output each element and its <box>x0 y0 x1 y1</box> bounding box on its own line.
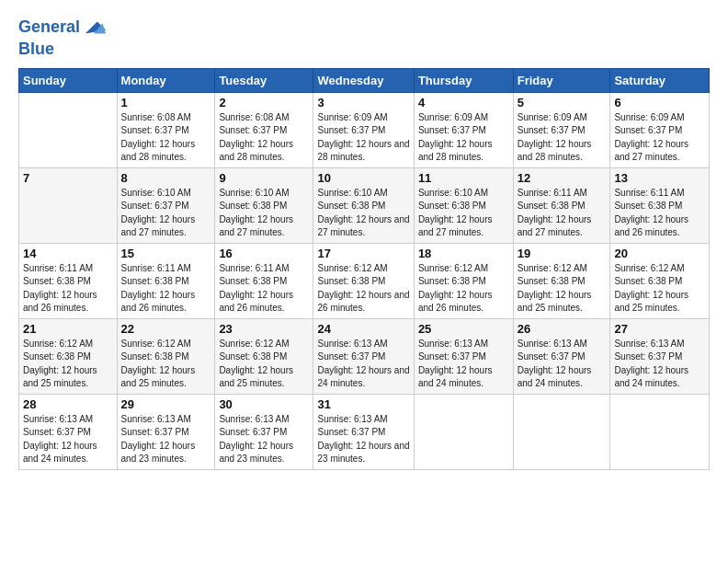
day-number: 18 <box>418 247 509 260</box>
calendar-cell: 26Sunrise: 6:13 AMSunset: 6:37 PMDayligh… <box>513 318 610 394</box>
calendar-cell <box>513 394 610 469</box>
day-info: Sunrise: 6:13 AMSunset: 6:37 PMDaylight:… <box>317 338 409 391</box>
day-info: Sunrise: 6:11 AMSunset: 6:38 PMDaylight:… <box>219 262 309 316</box>
day-info: Sunrise: 6:08 AMSunset: 6:37 PMDaylight:… <box>121 111 211 165</box>
calendar-header-saturday: Saturday <box>610 68 710 92</box>
day-number: 12 <box>518 171 607 185</box>
day-info: Sunrise: 6:13 AMSunset: 6:37 PMDaylight:… <box>317 413 409 466</box>
logo: General Blue <box>18 15 108 59</box>
day-info: Sunrise: 6:09 AMSunset: 6:37 PMDaylight:… <box>317 111 409 165</box>
calendar-header-row: SundayMondayTuesdayWednesdayThursdayFrid… <box>19 68 710 92</box>
calendar-cell: 2Sunrise: 6:08 AMSunset: 6:37 PMDaylight… <box>215 92 313 167</box>
calendar-cell: 22Sunrise: 6:12 AMSunset: 6:38 PMDayligh… <box>117 318 215 394</box>
day-number: 29 <box>121 397 211 411</box>
day-number: 26 <box>518 322 607 336</box>
day-info: Sunrise: 6:13 AMSunset: 6:37 PMDaylight:… <box>518 338 607 391</box>
day-number: 14 <box>23 247 113 260</box>
calendar-header-tuesday: Tuesday <box>215 68 313 92</box>
calendar-cell: 24Sunrise: 6:13 AMSunset: 6:37 PMDayligh… <box>313 318 414 394</box>
day-info: Sunrise: 6:10 AMSunset: 6:38 PMDaylight:… <box>418 187 509 240</box>
day-info: Sunrise: 6:12 AMSunset: 6:38 PMDaylight:… <box>121 338 211 391</box>
page: General Blue SundayMondayTuesdayWednesda… <box>0 0 728 563</box>
calendar-cell: 17Sunrise: 6:12 AMSunset: 6:38 PMDayligh… <box>313 243 414 318</box>
calendar-cell <box>414 394 513 469</box>
day-number: 21 <box>23 322 113 336</box>
day-info: Sunrise: 6:10 AMSunset: 6:38 PMDaylight:… <box>317 187 409 240</box>
calendar-cell: 9Sunrise: 6:10 AMSunset: 6:38 PMDaylight… <box>215 167 313 243</box>
calendar-cell: 12Sunrise: 6:11 AMSunset: 6:38 PMDayligh… <box>513 167 610 243</box>
calendar-header-monday: Monday <box>117 68 215 92</box>
day-info: Sunrise: 6:13 AMSunset: 6:37 PMDaylight:… <box>219 413 309 466</box>
calendar-cell <box>610 394 710 469</box>
day-info: Sunrise: 6:11 AMSunset: 6:38 PMDaylight:… <box>121 262 211 316</box>
day-info: Sunrise: 6:11 AMSunset: 6:38 PMDaylight:… <box>23 262 113 316</box>
day-number: 17 <box>317 247 409 260</box>
header: General Blue <box>18 15 710 59</box>
calendar-cell: 16Sunrise: 6:11 AMSunset: 6:38 PMDayligh… <box>215 243 313 318</box>
day-info: Sunrise: 6:13 AMSunset: 6:37 PMDaylight:… <box>614 338 705 391</box>
day-number: 1 <box>121 96 211 109</box>
calendar-cell: 1Sunrise: 6:08 AMSunset: 6:37 PMDaylight… <box>117 92 215 167</box>
calendar-cell: 19Sunrise: 6:12 AMSunset: 6:38 PMDayligh… <box>513 243 610 318</box>
day-number: 28 <box>23 397 113 411</box>
day-number: 13 <box>614 171 705 185</box>
day-info: Sunrise: 6:12 AMSunset: 6:38 PMDaylight:… <box>518 262 607 316</box>
day-number: 16 <box>219 247 309 260</box>
day-number: 8 <box>121 171 211 185</box>
calendar-cell: 30Sunrise: 6:13 AMSunset: 6:37 PMDayligh… <box>215 394 313 469</box>
calendar-header-thursday: Thursday <box>414 68 513 92</box>
day-info: Sunrise: 6:11 AMSunset: 6:38 PMDaylight:… <box>614 187 705 240</box>
day-number: 24 <box>317 322 409 336</box>
calendar-cell: 28Sunrise: 6:13 AMSunset: 6:37 PMDayligh… <box>19 394 118 469</box>
day-number: 23 <box>219 322 309 336</box>
calendar-header-sunday: Sunday <box>19 68 118 92</box>
day-info: Sunrise: 6:12 AMSunset: 6:38 PMDaylight:… <box>219 338 309 391</box>
calendar-week-row: 14Sunrise: 6:11 AMSunset: 6:38 PMDayligh… <box>19 243 710 318</box>
day-number: 9 <box>219 171 309 185</box>
day-info: Sunrise: 6:09 AMSunset: 6:37 PMDaylight:… <box>518 111 607 165</box>
day-number: 15 <box>121 247 211 260</box>
calendar-cell: 6Sunrise: 6:09 AMSunset: 6:37 PMDaylight… <box>610 92 710 167</box>
calendar-cell: 31Sunrise: 6:13 AMSunset: 6:37 PMDayligh… <box>313 394 414 469</box>
day-number: 3 <box>317 96 409 109</box>
calendar-cell: 7 <box>19 167 118 243</box>
day-number: 25 <box>418 322 509 336</box>
calendar-week-row: 28Sunrise: 6:13 AMSunset: 6:37 PMDayligh… <box>19 394 710 469</box>
day-info: Sunrise: 6:13 AMSunset: 6:37 PMDaylight:… <box>23 413 113 466</box>
day-number: 6 <box>614 96 705 109</box>
calendar-cell <box>19 92 118 167</box>
calendar-cell: 11Sunrise: 6:10 AMSunset: 6:38 PMDayligh… <box>414 167 513 243</box>
day-info: Sunrise: 6:12 AMSunset: 6:38 PMDaylight:… <box>317 262 409 316</box>
calendar-cell: 27Sunrise: 6:13 AMSunset: 6:37 PMDayligh… <box>610 318 710 394</box>
day-number: 2 <box>219 96 309 109</box>
calendar-cell: 8Sunrise: 6:10 AMSunset: 6:37 PMDaylight… <box>117 167 215 243</box>
calendar-cell: 13Sunrise: 6:11 AMSunset: 6:38 PMDayligh… <box>610 167 710 243</box>
calendar-cell: 20Sunrise: 6:12 AMSunset: 6:38 PMDayligh… <box>610 243 710 318</box>
day-info: Sunrise: 6:12 AMSunset: 6:38 PMDaylight:… <box>23 338 113 391</box>
day-number: 31 <box>317 397 409 411</box>
calendar-cell: 5Sunrise: 6:09 AMSunset: 6:37 PMDaylight… <box>513 92 610 167</box>
day-info: Sunrise: 6:10 AMSunset: 6:37 PMDaylight:… <box>121 187 211 240</box>
calendar: SundayMondayTuesdayWednesdayThursdayFrid… <box>18 68 710 470</box>
calendar-cell: 15Sunrise: 6:11 AMSunset: 6:38 PMDayligh… <box>117 243 215 318</box>
calendar-header-friday: Friday <box>513 68 610 92</box>
day-number: 4 <box>418 96 509 109</box>
day-info: Sunrise: 6:10 AMSunset: 6:38 PMDaylight:… <box>219 187 309 240</box>
day-number: 11 <box>418 171 509 185</box>
day-number: 19 <box>518 247 607 260</box>
calendar-cell: 21Sunrise: 6:12 AMSunset: 6:38 PMDayligh… <box>19 318 118 394</box>
day-number: 5 <box>518 96 607 109</box>
calendar-header-wednesday: Wednesday <box>313 68 414 92</box>
logo-text: General <box>18 18 80 37</box>
day-number: 30 <box>219 397 309 411</box>
day-number: 27 <box>614 322 705 336</box>
day-info: Sunrise: 6:09 AMSunset: 6:37 PMDaylight:… <box>614 111 705 165</box>
day-info: Sunrise: 6:08 AMSunset: 6:37 PMDaylight:… <box>219 111 309 165</box>
calendar-week-row: 1Sunrise: 6:08 AMSunset: 6:37 PMDaylight… <box>19 92 710 167</box>
calendar-cell: 23Sunrise: 6:12 AMSunset: 6:38 PMDayligh… <box>215 318 313 394</box>
day-info: Sunrise: 6:11 AMSunset: 6:38 PMDaylight:… <box>518 187 607 240</box>
logo-text-blue: Blue <box>18 40 108 59</box>
calendar-week-row: 78Sunrise: 6:10 AMSunset: 6:37 PMDayligh… <box>19 167 710 243</box>
calendar-week-row: 21Sunrise: 6:12 AMSunset: 6:38 PMDayligh… <box>19 318 710 394</box>
calendar-cell: 10Sunrise: 6:10 AMSunset: 6:38 PMDayligh… <box>313 167 414 243</box>
